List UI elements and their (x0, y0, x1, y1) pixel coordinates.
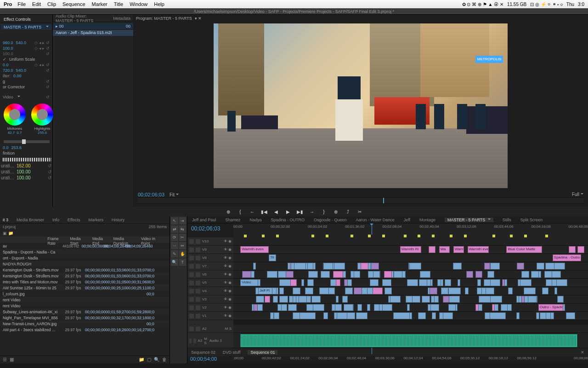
seq-tab-dvd[interactable]: DVD stuff (223, 350, 240, 355)
step-back-button[interactable]: ← (249, 208, 256, 215)
video-track-header[interactable]: V6👁 ◉ (187, 270, 233, 279)
next-frame-button[interactable]: ▶▮ (296, 208, 304, 215)
video-track-header[interactable]: V5👁 ◉ (187, 279, 233, 287)
timeline-clip[interactable] (393, 312, 410, 319)
project-row[interactable]: Kensington Dusk - Strollers.mov29.97 fps… (0, 267, 170, 273)
trash-icon[interactable]: 🗑 (162, 357, 167, 362)
timeline-clip[interactable] (368, 271, 373, 278)
video-track-header[interactable]: V2👁 ◉ (187, 304, 233, 312)
timeline-clip[interactable] (490, 296, 502, 303)
rolling-tool[interactable]: ⇆ (179, 225, 187, 233)
timeline-clip[interactable] (335, 304, 342, 311)
timeline-clip[interactable] (265, 296, 271, 303)
timeline-clip[interactable] (344, 304, 353, 311)
audio-track-header[interactable]: A2M S (187, 325, 233, 333)
timeline-clip[interactable] (285, 271, 294, 278)
timeline-clip[interactable] (546, 312, 551, 319)
timeline-clip[interactable] (516, 312, 520, 319)
video-track-header[interactable]: V1👁 ◉ (187, 312, 233, 320)
new-item-icon[interactable]: ▢ (147, 357, 151, 362)
video-track-header[interactable]: V8👁 ◉ (187, 254, 233, 262)
seq-tab-02[interactable]: Sequence 02 (191, 350, 215, 355)
tab-metadata[interactable]: Metadata (113, 16, 130, 21)
sequence-tab[interactable]: Aaron - Water Dance (356, 218, 395, 222)
timeline-clip[interactable] (279, 296, 288, 303)
go-out-button[interactable]: } (320, 208, 328, 215)
slip-tool[interactable]: ↔ (171, 242, 178, 249)
timeline-clip[interactable] (254, 304, 257, 311)
timeline-clip[interactable] (274, 312, 279, 319)
timeline-clip[interactable] (382, 279, 391, 286)
timeline-clip[interactable]: Tit (269, 254, 276, 261)
tab-audio-mixer[interactable]: Audio Clip Mixer: MASTER - 5 PARTS (56, 14, 105, 23)
timeline-clip[interactable] (427, 279, 431, 286)
timeline-clip[interactable]: Jeff Pl (258, 288, 272, 294)
timeline-clip[interactable] (502, 279, 505, 286)
timeline-clip[interactable] (394, 271, 402, 278)
timeline-clip[interactable] (328, 288, 335, 294)
menu-window[interactable]: Window (130, 1, 147, 7)
timeline-clip[interactable] (528, 296, 537, 303)
sequence-tab[interactable]: Shamez (225, 218, 240, 222)
timeline-clip[interactable] (253, 263, 256, 270)
timeline-clip[interactable] (307, 279, 314, 286)
timeline-clip[interactable] (356, 312, 368, 319)
timeline-clip[interactable] (492, 304, 495, 311)
video-track-header[interactable]: V3👁 ◉ (187, 295, 233, 304)
project-row[interactable]: AM part 4 - 3secs stabilized …29.97 fps0… (0, 327, 170, 333)
video-track-header[interactable]: V9👁 ◉ (187, 246, 233, 254)
timeline-clip[interactable] (384, 271, 392, 278)
timeline-clip[interactable]: Spadina - Outro - varied (553, 254, 581, 261)
sequence-tab[interactable]: Jeff and Paul (192, 218, 216, 222)
timeline-clip[interactable] (345, 288, 353, 294)
timeline-clip[interactable] (323, 263, 333, 270)
project-list[interactable]: av44100 Hz00;00;00;0000000;04;09;2645900… (0, 243, 170, 355)
timeline-clip[interactable] (475, 271, 482, 278)
timeline-clip[interactable]: Wa (439, 246, 450, 253)
timeline-clip[interactable] (342, 296, 347, 303)
program-ruler[interactable] (138, 197, 583, 204)
timeline-clip[interactable] (347, 312, 356, 319)
program-timecode[interactable]: 00;02;06;03 (138, 192, 164, 197)
timeline-timecode[interactable]: 00;02;06;03 (187, 224, 233, 235)
timeline-clip[interactable] (521, 296, 525, 303)
menu-sequence[interactable]: Sequence (62, 1, 85, 7)
timeline-clip[interactable] (481, 288, 486, 294)
project-row[interactable]: rent Video (0, 303, 170, 309)
zoom-fit[interactable]: Fit (170, 192, 175, 197)
timeline-clip[interactable] (308, 271, 318, 278)
pen-tool[interactable]: ✎ (171, 250, 178, 258)
timeline-clip[interactable] (418, 312, 426, 319)
timeline-clip[interactable] (453, 263, 462, 270)
zoom-tool[interactable]: 🔍 (171, 259, 178, 266)
timeline-clip[interactable] (351, 271, 354, 278)
timeline-clip[interactable] (445, 279, 451, 286)
razor-tool[interactable]: ✂ (179, 234, 187, 241)
timeline-clip[interactable] (566, 312, 575, 319)
timeline-clip[interactable] (370, 279, 379, 286)
timeline-clip[interactable] (508, 288, 513, 294)
timeline-clip[interactable] (443, 312, 453, 319)
timeline-clip[interactable] (311, 296, 321, 303)
timeline-clip[interactable] (306, 296, 311, 303)
sequence-tab[interactable]: MASTER - 5 PARTS (445, 218, 493, 222)
project-row[interactable]: ont - Dupont - Nadia (0, 255, 170, 261)
tab-effect-controls[interactable]: Effect Controls (4, 17, 31, 22)
timeline-clip[interactable] (538, 271, 541, 278)
resolution-full[interactable]: Full (572, 192, 583, 197)
timeline-clip[interactable]: Video (240, 279, 258, 286)
output-dropdown[interactable]: Video (3, 95, 13, 99)
highlights-wheel[interactable] (31, 104, 53, 126)
timeline-clip[interactable] (432, 312, 435, 319)
timeline-clip[interactable] (490, 263, 499, 270)
timeline-clip[interactable] (437, 279, 441, 286)
selection-tool[interactable]: ↖ (171, 217, 178, 224)
timeline-clip[interactable] (336, 296, 339, 303)
project-row[interactable]: Spadina - Dupont - Nadia - Ca (0, 249, 170, 255)
timeline-clip[interactable] (501, 304, 508, 311)
track-content[interactable]: Warmth evenWarmth RiWaWarmthWarmth evenB… (233, 237, 588, 348)
timeline-clip[interactable] (323, 312, 328, 319)
sequence-tab[interactable]: Osgoode - Queen (314, 218, 347, 222)
timeline-clip[interactable] (290, 279, 297, 286)
timeline-clip[interactable] (279, 279, 291, 286)
